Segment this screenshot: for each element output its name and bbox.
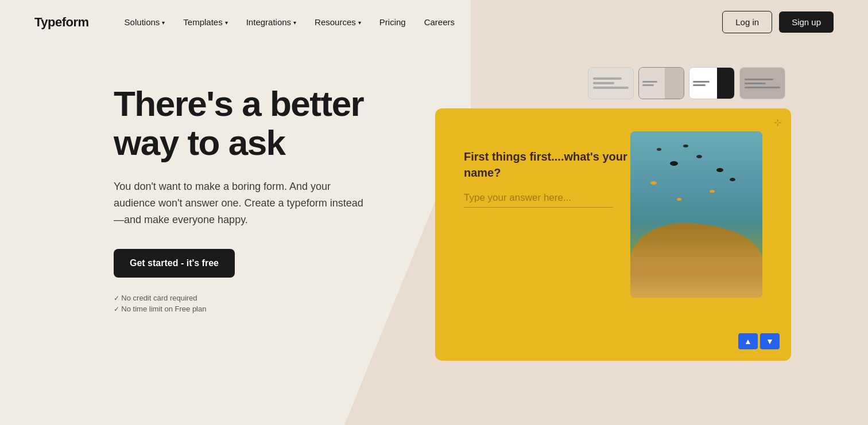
theme-split-dark-button[interactable] xyxy=(689,67,735,99)
cta-button[interactable]: Get started - it's free xyxy=(114,249,235,278)
nav-templates[interactable]: Templates ▾ xyxy=(175,13,235,32)
fish-scene xyxy=(630,131,762,298)
hero-subtitle: You don't want to make a boring form. An… xyxy=(114,178,366,228)
nav-integrations[interactable]: Integrations ▾ xyxy=(238,13,304,32)
perk-no-limit: No time limit on Free plan xyxy=(114,305,389,313)
nav-links: Solutions ▾ Templates ▾ Integrations ▾ R… xyxy=(117,13,723,32)
theme-light-button[interactable] xyxy=(588,67,634,99)
form-answer-placeholder[interactable]: Type your answer here... xyxy=(464,192,613,208)
hero-title: There's a better way to ask xyxy=(114,84,389,162)
nav-resources[interactable]: Resources ▾ xyxy=(307,13,369,32)
form-nav-up-button[interactable]: ▲ xyxy=(738,333,758,349)
nav-pricing[interactable]: Pricing xyxy=(371,13,414,32)
expand-icon[interactable]: ⊹ xyxy=(773,118,782,127)
chevron-down-icon: ▾ xyxy=(293,20,296,26)
form-nav-buttons: ▲ ▼ xyxy=(738,333,780,349)
login-button[interactable]: Log in xyxy=(722,11,772,33)
signup-button[interactable]: Sign up xyxy=(779,11,834,33)
hero-perks: No credit card required No time limit on… xyxy=(114,294,389,313)
chevron-down-icon: ▾ xyxy=(358,20,361,26)
form-preview: First things first....what's your name? … xyxy=(435,108,791,361)
theme-switcher xyxy=(435,67,791,99)
theme-split-light-button[interactable] xyxy=(638,67,684,99)
hero-section: There's a better way to ask You don't wa… xyxy=(0,44,868,361)
form-question-area: First things first....what's your name? … xyxy=(464,143,630,208)
nav-careers[interactable]: Careers xyxy=(416,13,463,32)
form-preview-image xyxy=(630,131,762,298)
navbar: Typeform Solutions ▾ Templates ▾ Integra… xyxy=(0,0,868,44)
perk-no-cc: No credit card required xyxy=(114,294,389,302)
form-question: First things first....what's your name? xyxy=(464,149,630,181)
form-nav-down-button[interactable]: ▼ xyxy=(760,333,780,349)
chevron-down-icon: ▾ xyxy=(225,20,228,26)
theme-dark-button[interactable] xyxy=(739,67,785,99)
logo[interactable]: Typeform xyxy=(34,15,89,30)
nav-solutions[interactable]: Solutions ▾ xyxy=(117,13,173,32)
hero-right: First things first....what's your name? … xyxy=(435,67,791,361)
chevron-down-icon: ▾ xyxy=(162,20,165,26)
hero-left: There's a better way to ask You don't wa… xyxy=(114,67,389,315)
nav-actions: Log in Sign up xyxy=(722,11,834,33)
